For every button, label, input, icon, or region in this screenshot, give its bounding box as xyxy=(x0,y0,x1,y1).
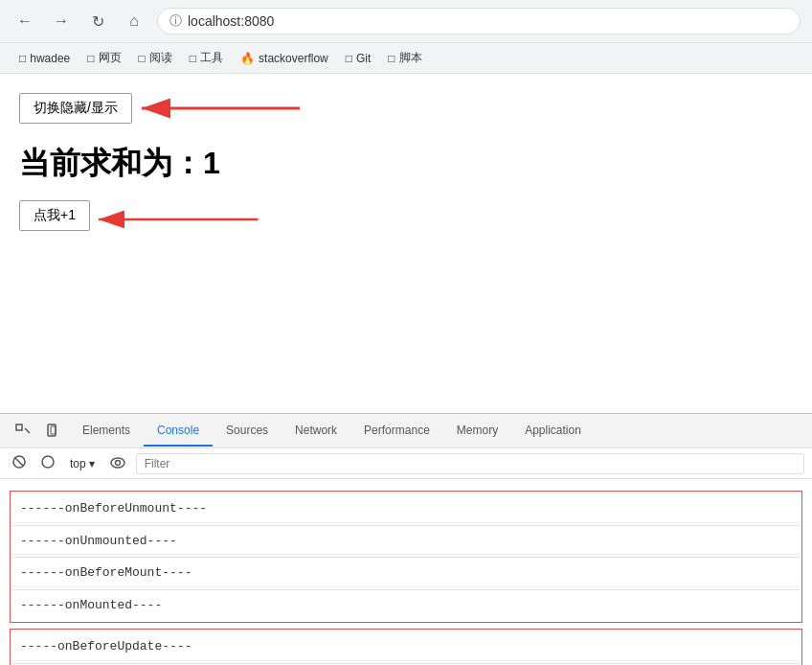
console-line: ------onUnmounted---- xyxy=(12,528,800,556)
bookmark-git[interactable]: □ Git xyxy=(338,49,379,68)
tab-elements[interactable]: Elements xyxy=(69,416,144,447)
console-line: -----onBeforeUpdate---- xyxy=(12,633,800,661)
inspect-element-icon[interactable] xyxy=(8,418,38,445)
svg-line-9 xyxy=(15,458,23,466)
bookmark-folder-icon: □ xyxy=(139,52,146,65)
toggle-button[interactable]: 切换隐藏/显示 xyxy=(19,93,132,124)
back-button[interactable]: ← xyxy=(11,8,38,34)
lock-icon: ⓘ xyxy=(169,12,182,30)
dropdown-arrow-icon: ▾ xyxy=(89,457,95,470)
bookmark-folder-icon: □ xyxy=(388,52,395,65)
bookmark-label: Git xyxy=(356,52,371,65)
bookmark-label: 网页 xyxy=(99,50,122,66)
console-output: ------onBeforeUnmount---- ------onUnmoun… xyxy=(0,479,812,665)
toggle-arrow xyxy=(132,89,304,127)
increment-arrow xyxy=(90,200,262,239)
bookmark-folder-icon: □ xyxy=(19,52,26,65)
console-group-2: -----onBeforeUpdate---- -----onUpdated--… xyxy=(10,629,802,665)
bookmark-label: 阅读 xyxy=(149,50,172,66)
svg-point-12 xyxy=(115,460,120,465)
increment-button[interactable]: 点我+1 xyxy=(19,200,90,231)
bookmark-folder-icon: □ xyxy=(87,52,94,65)
home-button[interactable]: ⌂ xyxy=(121,8,147,34)
bookmark-label: 工具 xyxy=(200,50,223,66)
page-content: 切换隐藏/显示 当前求和为：1 点我+1 xyxy=(0,74,812,413)
top-selector[interactable]: top ▾ xyxy=(65,455,100,472)
forward-button[interactable]: → xyxy=(48,8,75,34)
top-label: top xyxy=(70,457,86,470)
clear-console-icon[interactable] xyxy=(8,452,31,474)
tab-memory[interactable]: Memory xyxy=(443,416,511,447)
tab-console[interactable]: Console xyxy=(144,416,213,447)
console-group-1: ------onBeforeUnmount---- ------onUnmoun… xyxy=(10,491,802,623)
toggle-row: 切换隐藏/显示 xyxy=(19,89,793,127)
bookmark-label: hwadee xyxy=(30,52,70,65)
sum-value: 1 xyxy=(203,146,220,180)
devtools-panel: Elements Console Sources Network Perform… xyxy=(0,413,812,665)
divider xyxy=(12,557,800,558)
eye-icon[interactable] xyxy=(105,453,130,474)
bookmark-label: 脚本 xyxy=(399,50,422,66)
bookmark-webpage[interactable]: □ 网页 xyxy=(79,47,128,69)
console-line: ------onBeforeUnmount---- xyxy=(12,495,800,523)
bookmarks-bar: □ hwadee □ 网页 □ 阅读 □ 工具 🔥 stackoverflow … xyxy=(0,42,812,73)
tab-sources[interactable]: Sources xyxy=(213,416,282,447)
devtools-toolbar: top ▾ xyxy=(0,448,812,479)
address-bar[interactable]: ⓘ localhost:8080 xyxy=(157,8,801,34)
sum-display: 当前求和为：1 xyxy=(19,143,793,185)
filter-icon[interactable] xyxy=(36,452,59,474)
bookmark-folder-icon: □ xyxy=(190,52,196,65)
reload-button[interactable]: ↻ xyxy=(84,8,111,34)
divider xyxy=(12,589,800,590)
divider xyxy=(12,663,800,664)
console-line: ------onBeforeMount---- xyxy=(12,560,800,587)
svg-point-11 xyxy=(111,458,124,468)
bookmark-hwadee[interactable]: □ hwadee xyxy=(11,49,78,68)
svg-line-5 xyxy=(25,428,30,433)
console-line: ------onMounted---- xyxy=(12,592,800,619)
svg-point-10 xyxy=(42,456,54,468)
svg-rect-4 xyxy=(16,424,22,430)
device-mode-icon[interactable] xyxy=(38,418,69,445)
tab-application[interactable]: Application xyxy=(511,416,595,447)
nav-bar: ← → ↻ ⌂ ⓘ localhost:8080 xyxy=(0,0,812,42)
bookmark-tools[interactable]: □ 工具 xyxy=(182,47,231,69)
bookmark-scripts[interactable]: □ 脚本 xyxy=(380,47,429,69)
url-text: localhost:8080 xyxy=(188,13,274,29)
tab-network[interactable]: Network xyxy=(282,416,350,447)
tab-performance[interactable]: Performance xyxy=(350,416,443,447)
sum-label: 当前求和为： xyxy=(19,146,203,180)
bookmark-folder-icon: □ xyxy=(346,52,352,65)
bookmark-stackoverflow[interactable]: 🔥 stackoverflow xyxy=(233,49,336,68)
browser-chrome: ← → ↻ ⌂ ⓘ localhost:8080 □ hwadee □ 网页 □… xyxy=(0,0,812,74)
increment-row: 点我+1 xyxy=(19,200,793,239)
bookmark-reading[interactable]: □ 阅读 xyxy=(131,47,180,69)
bookmark-label: stackoverflow xyxy=(259,52,328,65)
filter-input[interactable] xyxy=(136,453,804,474)
stackoverflow-icon: 🔥 xyxy=(240,52,255,65)
devtools-tabs: Elements Console Sources Network Perform… xyxy=(0,414,812,448)
divider xyxy=(12,525,800,526)
